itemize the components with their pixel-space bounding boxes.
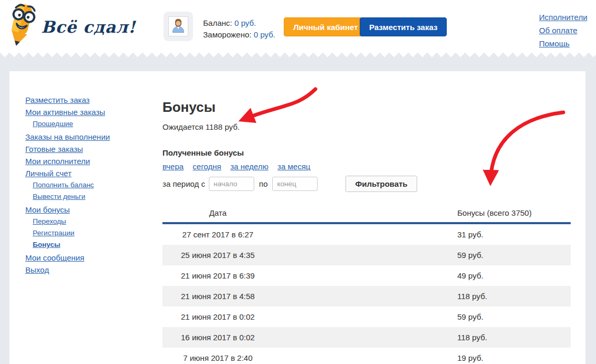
avatar-frame	[168, 16, 188, 36]
nav-link-performers[interactable]: Исполнители	[539, 11, 588, 24]
row-amount: 59 руб.	[273, 312, 571, 321]
filter-link-today[interactable]: сегодня	[193, 162, 221, 171]
page-title: Бонусы	[162, 99, 571, 116]
row-amount: 118 руб.	[273, 333, 571, 342]
top-header: Всё сдал! Баланс: 0 руб. Заморожено: 0 р…	[0, 0, 596, 53]
sidebar-item-withdraw[interactable]: Вывести деньги	[33, 193, 155, 200]
row-amount: 49 руб.	[273, 271, 571, 280]
row-date: 21 июня 2017 в 6:39	[162, 271, 273, 280]
received-bonuses-heading: Полученные бонусы	[162, 148, 571, 157]
table-header-row: Дата Бонусы (всего 3750)	[162, 204, 571, 222]
row-amount: 31 руб.	[273, 230, 571, 239]
bonus-column-header: Бонусы (всего 3750)	[273, 208, 571, 217]
sidebar-item-active-orders[interactable]: Мои активные заказы	[25, 108, 155, 117]
table-body: 27 сент 2017 в 6:27 31 руб. 25 июня 2017…	[162, 224, 571, 364]
sidebar-item-my-messages[interactable]: Мои сообщения	[25, 253, 155, 262]
frozen-value: 0 руб.	[254, 30, 275, 39]
sidebar-item-my-performers[interactable]: Мои исполнители	[25, 157, 155, 166]
logo-text: Всё сдал!	[41, 17, 136, 36]
period-prefix-label: за период с	[162, 179, 205, 188]
sidebar-item-transitions[interactable]: Переходы	[33, 217, 155, 225]
quick-filter-links: вчера сегодня за неделю за месяц	[162, 162, 571, 171]
table-row: 21 июня 2017 в 4:58 118 руб.	[162, 286, 571, 306]
sidebar-item-logout[interactable]: Выход	[25, 265, 155, 274]
pending-amount-text: Ожидается 1188 руб.	[162, 122, 571, 131]
table-row: 27 сент 2017 в 6:27 31 руб.	[162, 224, 571, 245]
row-date: 25 июня 2017 в 4:35	[162, 251, 273, 260]
row-date: 21 июня 2017 в 4:58	[162, 292, 273, 301]
table-row: 16 июня 2017 в 0:02 118 руб.	[162, 327, 571, 348]
user-avatar[interactable]	[164, 12, 193, 41]
row-amount: 19 руб.	[273, 353, 571, 362]
period-end-input[interactable]	[272, 177, 318, 191]
sidebar-item-place-order[interactable]: Разместить заказ	[25, 95, 155, 104]
period-middle-label: по	[259, 179, 267, 188]
table-row: 21 июня 2017 в 0:02 59 руб.	[162, 306, 571, 327]
sidebar-item-top-up[interactable]: Пополнить баланс	[33, 181, 155, 189]
nav-link-help[interactable]: Помощь	[539, 37, 588, 50]
bonus-table: Дата Бонусы (всего 3750) 27 сент 2017 в …	[162, 204, 571, 364]
content-card: Разместить заказ Мои активные заказы Про…	[9, 71, 585, 364]
place-order-button[interactable]: Разместить заказ	[360, 17, 447, 36]
filter-link-month[interactable]: за месяц	[277, 162, 310, 171]
row-date: 7 июня 2017 в 2:40	[162, 353, 273, 362]
frozen-label: Заморожено:	[203, 30, 252, 39]
table-row: 7 июня 2017 в 2:40 19 руб.	[162, 348, 571, 364]
table-row: 21 июня 2017 в 6:39 49 руб.	[162, 265, 571, 286]
table-row: 25 июня 2017 в 4:35 59 руб.	[162, 245, 571, 265]
sidebar-item-registrations[interactable]: Регистрации	[33, 229, 155, 237]
row-amount: 59 руб.	[273, 251, 571, 260]
balance-value: 0 руб.	[234, 18, 256, 27]
main-content: Бонусы Ожидается 1188 руб. Полученные бо…	[162, 99, 571, 364]
sidebar-item-ready-orders[interactable]: Готовые заказы	[25, 145, 155, 154]
nav-link-payment[interactable]: Об оплате	[539, 24, 588, 37]
personal-cabinet-button[interactable]: Личный кабинет	[284, 17, 368, 36]
filter-button[interactable]: Фильтровать	[345, 176, 417, 192]
site-logo[interactable]: Всё сдал!	[4, 1, 136, 53]
row-date: 16 июня 2017 в 0:02	[162, 333, 273, 342]
row-amount: 118 руб.	[273, 292, 571, 301]
person-icon	[170, 17, 186, 35]
filter-link-yesterday[interactable]: вчера	[162, 162, 184, 171]
sidebar-item-in-progress[interactable]: Заказы на выполнении	[25, 132, 155, 141]
sidebar-item-personal-account[interactable]: Личный счет	[25, 169, 155, 178]
date-column-header: Дата	[162, 208, 273, 217]
row-date: 27 сент 2017 в 6:27	[162, 230, 273, 239]
period-start-input[interactable]	[209, 177, 254, 191]
row-date: 21 июня 2017 в 0:02	[162, 312, 273, 321]
period-filter-row: за период с по Фильтровать	[162, 176, 571, 192]
sidebar-item-past[interactable]: Прошедшие	[33, 120, 155, 128]
sidebar-item-my-bonuses[interactable]: Мои бонусы	[25, 205, 155, 214]
zigzag-divider	[0, 53, 596, 58]
filter-link-week[interactable]: за неделю	[230, 162, 268, 171]
pencil-mascot-icon	[4, 1, 38, 53]
header-nav: Исполнители Об оплате Помощь	[539, 11, 588, 50]
balance-label: Баланс:	[203, 18, 232, 27]
sidebar-item-bonuses[interactable]: Бонусы	[33, 241, 155, 248]
balance-block: Баланс: 0 руб. Заморожено: 0 руб.	[203, 17, 275, 41]
sidebar-menu: Разместить заказ Мои активные заказы Про…	[25, 95, 155, 277]
